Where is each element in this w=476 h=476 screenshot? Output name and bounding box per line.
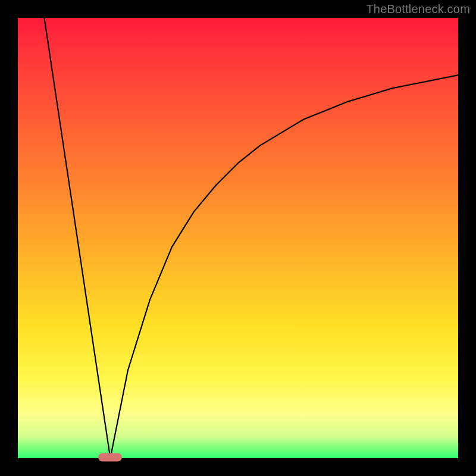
watermark-text: TheBottleneck.com: [366, 2, 470, 16]
plot-area: [18, 18, 458, 458]
chart-frame: TheBottleneck.com: [0, 0, 476, 476]
bottleneck-curve: [44, 18, 458, 458]
curve-svg: [18, 18, 458, 458]
optimum-marker: [98, 453, 122, 462]
